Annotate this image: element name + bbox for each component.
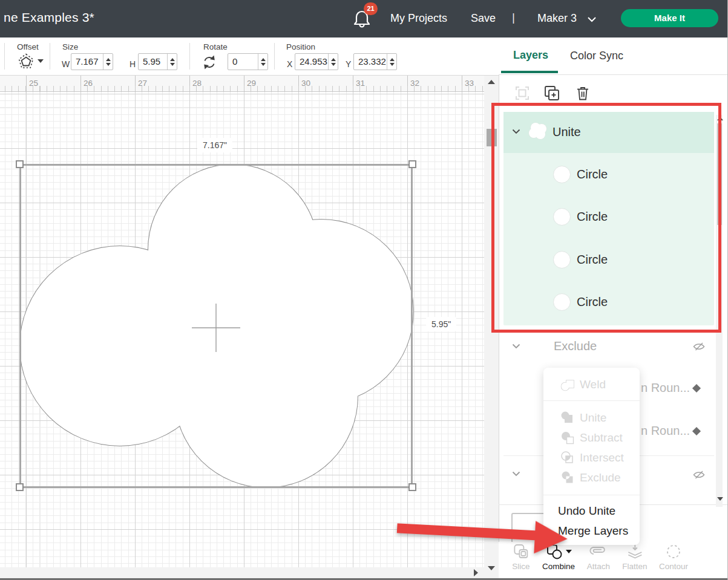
toolbar-separator <box>274 43 275 70</box>
notification-badge: 21 <box>364 2 378 15</box>
chevron-down-icon[interactable] <box>587 16 597 22</box>
menu-divider <box>543 400 640 401</box>
layer-group-exclude-name[interactable]: Exclude <box>554 339 597 353</box>
x-position-value[interactable]: 24.953 <box>295 54 328 70</box>
select-all-icon <box>514 85 530 101</box>
nav-save[interactable]: Save <box>471 12 496 25</box>
offset-caret-icon[interactable] <box>38 59 44 63</box>
rotate-label: Rotate <box>203 42 228 51</box>
subtract-icon <box>560 430 576 446</box>
make-it-button[interactable]: Make It <box>621 9 718 27</box>
bbox-edge-top <box>20 164 412 166</box>
bbox-edge-bottom <box>20 486 412 488</box>
scroll-right-arrow-icon[interactable] <box>474 569 478 576</box>
document-title: ne Examples 3* <box>4 10 94 25</box>
menu-item-exclude: Exclude <box>543 469 640 488</box>
unite-icon <box>560 410 576 426</box>
top-header: ne Examples 3* 21 My Projects Save | Mak… <box>0 0 728 37</box>
width-value[interactable]: 7.167 <box>71 54 103 70</box>
width-field-label: W <box>62 59 70 69</box>
menu-item-unite: Unite <box>543 409 640 428</box>
resize-handle-top-right[interactable] <box>408 160 416 168</box>
active-tab-underline <box>501 71 558 73</box>
rotate-field[interactable]: 0 <box>228 53 268 70</box>
height-value[interactable]: 5.95 <box>139 54 167 70</box>
toolbar-separator <box>4 43 5 70</box>
resize-handle-bottom-right[interactable] <box>408 483 416 491</box>
size-label: Size <box>62 42 78 51</box>
nav-my-projects[interactable]: My Projects <box>390 12 447 25</box>
quatrefoil-shape[interactable] <box>20 165 413 487</box>
design-canvas[interactable]: 7.167" 5.95" <box>0 92 484 567</box>
resize-handle-bottom-left[interactable] <box>16 483 24 491</box>
horizontal-ruler: 25 26 27 28 29 30 31 32 33 <box>0 76 484 92</box>
y-field-label: Y <box>346 59 351 69</box>
visibility-off-icon[interactable] <box>692 468 706 481</box>
x-position-field[interactable]: 24.953 <box>295 53 338 70</box>
y-position-stepper[interactable] <box>387 54 396 70</box>
height-field[interactable]: 5.95 <box>138 53 177 70</box>
nav-divider: | <box>512 11 515 24</box>
x-position-stepper[interactable] <box>328 54 338 70</box>
combine-dropdown-menu: Weld Unite Subtract Intersect <box>543 368 640 545</box>
edit-toolbar: Offset Size W 7.167 H 5.95 Rotate <box>0 37 499 76</box>
x-field-label: X <box>287 59 292 69</box>
resize-handle-top-left[interactable] <box>16 160 24 168</box>
width-stepper[interactable] <box>103 54 113 70</box>
toolbar-separator <box>50 43 50 70</box>
menu-divider <box>543 495 640 495</box>
annotation-highlight-rectangle <box>491 103 721 333</box>
width-field[interactable]: 7.167 <box>71 53 113 70</box>
rotate-icon[interactable] <box>202 54 217 70</box>
layer-row-truncated[interactable]: n Roun... <box>641 424 690 438</box>
machine-selector[interactable]: Maker 3 <box>537 12 577 25</box>
y-position-field[interactable]: 23.332 <box>353 53 397 70</box>
panel-scroll-down-icon[interactable] <box>717 497 723 501</box>
offset-label: Offset <box>17 42 39 51</box>
selection-width-label: 7.167" <box>197 138 232 152</box>
chevron-down-icon[interactable] <box>512 344 520 349</box>
app-window: ne Examples 3* 21 My Projects Save | Mak… <box>0 0 728 580</box>
y-position-value[interactable]: 23.332 <box>354 54 387 70</box>
height-stepper[interactable] <box>167 54 177 70</box>
chevron-down-icon[interactable] <box>512 471 520 477</box>
height-field-label: H <box>130 59 136 69</box>
canvas-horizontal-scrollbar[interactable] <box>0 567 484 578</box>
duplicate-icon[interactable] <box>543 85 560 102</box>
ruler-subticks <box>0 86 484 91</box>
bbox-edge-left <box>19 165 21 487</box>
selection-height-label: 5.95" <box>426 317 456 331</box>
rotate-stepper[interactable] <box>258 54 267 70</box>
exclude-icon <box>560 470 576 486</box>
rotate-value[interactable]: 0 <box>228 54 258 70</box>
toolbar-separator <box>189 43 190 70</box>
selection-bounding-box <box>20 165 412 487</box>
layer-row-truncated[interactable]: n Roun... <box>641 381 690 395</box>
attach-button: Attach <box>587 543 610 571</box>
contour-button: Contour <box>659 543 688 571</box>
menu-item-subtract: Subtract <box>543 429 640 448</box>
weld-icon <box>560 377 576 393</box>
menu-item-undo-unite[interactable]: Undo Unite <box>543 502 640 521</box>
menu-item-intersect: Intersect <box>543 449 640 468</box>
scroll-down-arrow-icon[interactable] <box>488 566 495 570</box>
scroll-up-arrow-icon[interactable] <box>488 80 495 84</box>
delete-trash-icon[interactable] <box>576 85 590 101</box>
tab-color-sync[interactable]: Color Sync <box>570 50 623 62</box>
tab-layers[interactable]: Layers <box>513 49 548 62</box>
bbox-edge-right <box>411 165 413 487</box>
intersect-icon <box>560 450 576 466</box>
menu-item-weld: Weld <box>543 376 640 395</box>
position-label: Position <box>286 42 315 51</box>
flatten-button: Flatten <box>622 543 647 571</box>
offset-icon[interactable] <box>18 53 34 69</box>
visibility-off-icon[interactable] <box>692 340 706 353</box>
